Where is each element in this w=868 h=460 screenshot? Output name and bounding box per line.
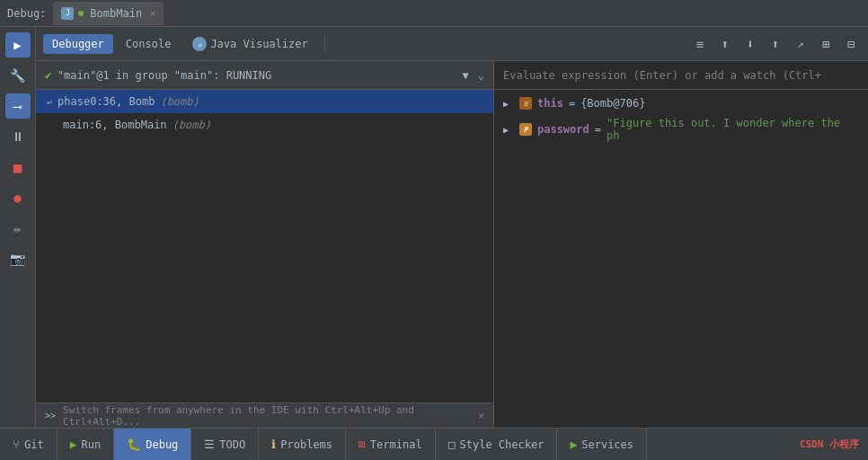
run-icon: ▶ <box>70 438 77 451</box>
stack-frame-1[interactable]: main:6, BombMain (bomb) <box>36 113 493 137</box>
status-git[interactable]: ⑂ Git <box>0 429 58 460</box>
style-checker-icon: □ <box>448 438 456 451</box>
problems-label: Problems <box>280 438 332 451</box>
tab-java-viz-label: Java Visualizer <box>210 38 307 50</box>
expand-password-icon[interactable]: ▶ <box>503 125 514 135</box>
debug-status-label: Debug <box>146 438 178 451</box>
notification-text: Switch frames from anywhere in the IDE w… <box>63 404 471 428</box>
status-style-checker[interactable]: □ Style Checker <box>436 429 558 460</box>
java-viz-icon: ☕ <box>192 37 207 51</box>
tab-close-icon[interactable]: ✕ <box>150 8 155 18</box>
frame-title: "main"@1 in group "main": RUNNING <box>58 69 271 82</box>
content-area: Debugger Console ☕ Java Visualizer ≡ ⬆ ⬇… <box>36 27 868 428</box>
sidebar-resume-icon[interactable]: ▶ <box>5 32 31 58</box>
var-this-type-icon: ≡ <box>519 97 532 110</box>
tab-icon: J <box>61 7 74 20</box>
stack-frame-0[interactable]: ↩ phase0:36, Bomb (bomb) <box>36 90 493 113</box>
notif-close-icon[interactable]: ✕ <box>478 410 484 421</box>
frame-header: ✔ "main"@1 in group "main": RUNNING ▼ ⌄ <box>36 61 493 90</box>
filter-icon[interactable]: ▼ <box>463 69 469 82</box>
toolbar-list-icon[interactable]: ⊟ <box>841 34 861 54</box>
sidebar-camera-icon[interactable]: 📷 <box>5 246 31 271</box>
sidebar-step-over-icon[interactable]: ⟶ <box>5 93 31 119</box>
status-terminal[interactable]: ⊠ Terminal <box>346 429 436 460</box>
frame-back-arrow-icon: ↩ <box>47 97 52 107</box>
variables-list: ▶ ≡ this = {Bomb@706} ▶ P password = "Fi… <box>494 90 868 428</box>
terminal-label: Terminal <box>370 438 422 451</box>
var-password-name: password <box>537 123 589 136</box>
style-checker-label: Style Checker <box>459 438 544 451</box>
tab-debugger[interactable]: Debugger <box>43 34 113 54</box>
toolbar: Debugger Console ☕ Java Visualizer ≡ ⬆ ⬇… <box>36 27 868 61</box>
toolbar-lines-icon[interactable]: ≡ <box>690 34 710 54</box>
checkmark-icon: ✔ <box>45 68 52 82</box>
tab-dot <box>78 11 84 16</box>
toolbar-separator <box>324 35 325 53</box>
debug-label: Debug: <box>7 7 46 20</box>
git-label: Git <box>24 438 44 451</box>
title-bar: Debug: J BombMain ✕ <box>0 0 868 27</box>
expand-this-icon[interactable]: ▶ <box>503 99 514 109</box>
status-debug[interactable]: 🐛 Debug <box>114 429 191 460</box>
left-panel: ✔ "main"@1 in group "main": RUNNING ▼ ⌄ … <box>36 61 494 428</box>
toolbar-cursor-icon[interactable]: ↗ <box>791 34 810 54</box>
var-this-name: this <box>537 97 563 110</box>
toolbar-icons: ≡ ⬆ ⬇ ⬆ ↗ ⊞ ⊟ <box>690 34 861 54</box>
terminal-icon: ⊠ <box>359 438 366 451</box>
toolbar-step-down-icon[interactable]: ⬇ <box>740 34 760 54</box>
git-icon: ⑂ <box>13 438 20 451</box>
run-label: Run <box>82 438 102 451</box>
notif-expand-icon[interactable]: >> <box>45 411 56 420</box>
var-password-equals: = <box>595 123 601 136</box>
status-services[interactable]: ▶ Services <box>557 429 647 460</box>
expression-input[interactable]: Evaluate expression (Enter) or add a wat… <box>494 61 868 90</box>
var-password-value: "Figure this out. I wonder where the ph <box>607 117 859 142</box>
problems-icon: ℹ <box>271 438 276 451</box>
status-problems[interactable]: ℹ Problems <box>259 429 346 460</box>
dropdown-icon[interactable]: ⌄ <box>478 69 484 82</box>
toolbar-grid-icon[interactable]: ⊞ <box>816 34 836 54</box>
status-bar: ⑂ Git ▶ Run 🐛 Debug ☰ TODO ℹ Problems ⊠ … <box>0 428 868 460</box>
todo-icon: ☰ <box>204 438 215 451</box>
expression-placeholder: Evaluate expression (Enter) or add a wat… <box>503 69 821 82</box>
tab-console[interactable]: Console <box>117 34 181 54</box>
services-icon: ▶ <box>570 438 577 451</box>
var-this-equals: = <box>569 97 575 110</box>
status-run[interactable]: ▶ Run <box>58 429 115 460</box>
sidebar-pause-icon[interactable]: ⏸ <box>5 124 31 149</box>
stack-frames: ↩ phase0:36, Bomb (bomb) main:6, BombMai… <box>36 90 493 402</box>
frame-0-italic: (bomb) <box>160 95 199 108</box>
right-panel: Evaluate expression (Enter) or add a wat… <box>494 61 868 428</box>
var-password-type-icon: P <box>519 123 532 136</box>
toolbar-step-out-icon[interactable]: ⬆ <box>766 34 785 54</box>
tab-java-visualizer[interactable]: ☕ Java Visualizer <box>183 33 316 55</box>
services-label: Services <box>581 438 633 451</box>
left-sidebar: ▶ 🔧 ⟶ ⏸ ■ ● ✏ 📷 <box>0 27 36 428</box>
frame-1-line: main:6, BombMain <box>63 119 167 131</box>
main-layout: ▶ 🔧 ⟶ ⏸ ■ ● ✏ 📷 Debugger Console ☕ Java … <box>0 27 868 428</box>
sidebar-stop-icon[interactable]: ■ <box>5 155 31 180</box>
frame-1-italic: (bomb) <box>173 119 211 131</box>
frame-0-line: phase0:36, Bomb <box>58 95 155 108</box>
toolbar-step-up-icon[interactable]: ⬆ <box>715 34 735 54</box>
notification-bar: >> Switch frames from anywhere in the ID… <box>36 402 493 428</box>
var-this[interactable]: ▶ ≡ this = {Bomb@706} <box>494 93 868 113</box>
sidebar-pen-icon[interactable]: ✏ <box>5 216 31 241</box>
todo-label: TODO <box>219 438 245 451</box>
tab-name: BombMain <box>90 7 142 20</box>
status-todo[interactable]: ☰ TODO <box>191 429 259 460</box>
panels: ✔ "main"@1 in group "main": RUNNING ▼ ⌄ … <box>36 61 868 428</box>
var-password[interactable]: ▶ P password = "Figure this out. I wonde… <box>494 113 868 146</box>
sidebar-rerun-icon[interactable]: ● <box>5 185 31 210</box>
var-this-value: {Bomb@706} <box>580 97 645 110</box>
sidebar-settings-icon[interactable]: 🔧 <box>5 63 31 88</box>
debug-icon: 🐛 <box>127 438 141 451</box>
main-tab[interactable]: J BombMain ✕ <box>53 2 164 25</box>
csdn-badge: CSDN 小程序 <box>791 438 868 451</box>
